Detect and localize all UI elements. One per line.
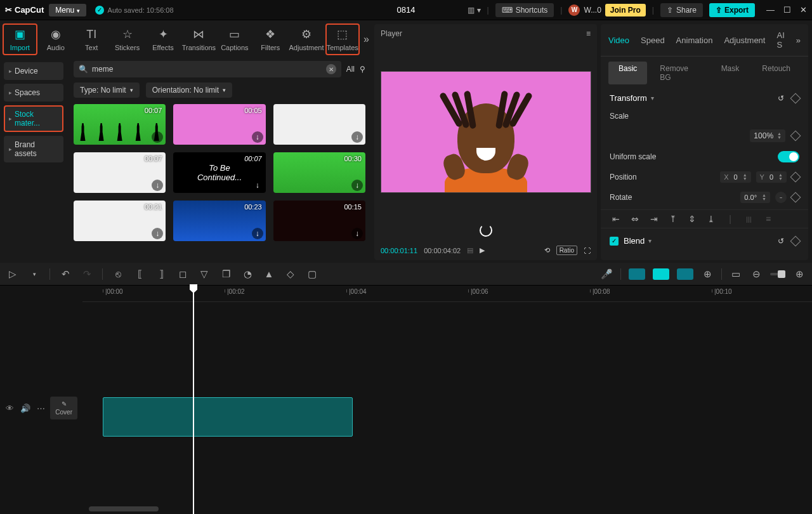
sidebar-item-spaces[interactable]: ▸Spaces	[4, 84, 63, 102]
subtab-mask[interactable]: Mask	[711, 62, 750, 84]
share-button[interactable]: ⇪ Share	[660, 3, 703, 17]
keyframe-icon[interactable]	[790, 131, 801, 142]
snap-mode-3[interactable]	[677, 268, 693, 280]
snap-mode-1[interactable]	[629, 268, 645, 280]
mirror-icon[interactable]: ▲	[263, 268, 275, 279]
filter-all[interactable]: All	[346, 65, 355, 74]
download-icon[interactable]: ↓	[152, 180, 163, 191]
tab-video[interactable]: Video	[608, 36, 629, 45]
filter-orientation[interactable]: Orientation: No limit ▾	[146, 82, 232, 98]
tab-ai[interactable]: AI S	[776, 30, 784, 49]
keyframe-icon[interactable]	[790, 93, 801, 103]
preview-icon[interactable]: ▭	[730, 268, 742, 280]
media-thumbnail[interactable]: To Be Continued...00:07↓	[173, 152, 265, 193]
snap-mode-2[interactable]	[653, 268, 669, 280]
undo-icon[interactable]: ↶	[59, 268, 72, 280]
align-bottom-icon[interactable]: ⤓	[705, 214, 717, 224]
tab-import[interactable]: ▣Import	[3, 23, 37, 55]
tab-adjustment[interactable]: Adjustment	[724, 36, 765, 45]
compare-icon[interactable]: ▤	[467, 246, 473, 254]
keyframe-icon[interactable]	[790, 235, 801, 246]
scale-input[interactable]: 100%▲▼	[750, 129, 785, 142]
layout-icon[interactable]: ▥ ▾	[468, 6, 480, 15]
shortcuts-button[interactable]: ⌨ Shortcuts	[495, 3, 554, 17]
tab-stickers[interactable]: ☆Stickers	[110, 23, 144, 55]
redo-icon[interactable]: ↷	[81, 268, 93, 280]
rotate-dial[interactable]: -	[775, 192, 787, 203]
tab-adjustment[interactable]: ⚙Adjustment	[289, 23, 324, 55]
blend-heading[interactable]: Blend▾	[624, 236, 652, 246]
clear-icon[interactable]: ✕	[326, 64, 336, 74]
playhead[interactable]	[193, 286, 194, 514]
blend-checkbox[interactable]: ✓	[610, 237, 619, 246]
tab-templates[interactable]: ⬚Templates	[325, 23, 360, 55]
cover-button[interactable]: ✎ Cover	[50, 397, 77, 419]
uniform-scale-toggle[interactable]	[778, 151, 799, 162]
filter-type[interactable]: Type: No limit ▾	[74, 82, 140, 98]
trim-right-icon[interactable]: ⟧	[155, 268, 167, 280]
transform-heading[interactable]: Transform▾	[610, 93, 654, 103]
filter-icon[interactable]: ⚲	[360, 65, 365, 74]
cursor-tool-icon[interactable]: ▷	[6, 268, 19, 280]
timeline-scrollbar[interactable]	[89, 506, 159, 511]
video-preview[interactable]	[381, 71, 591, 193]
timeline-tracks[interactable]	[82, 302, 812, 514]
media-thumbnail[interactable]: 00:07↓	[74, 104, 166, 145]
align-center-v-icon[interactable]: ⇕	[686, 214, 698, 224]
rotate-input[interactable]: 0.0°▲▼	[740, 192, 770, 203]
media-thumbnail[interactable]: 00:07↓	[74, 152, 166, 193]
tab-captions[interactable]: ▭Captions	[218, 23, 252, 55]
sidebar-item-stockmater[interactable]: ▸Stock mater...	[4, 105, 63, 132]
subtab-basic[interactable]: Basic	[608, 62, 647, 84]
sidebar-item-brandassets[interactable]: ▸Brand assets	[4, 136, 63, 162]
video-clip[interactable]	[103, 397, 353, 437]
keyframe-icon[interactable]	[790, 172, 801, 183]
tab-audio[interactable]: ◉Audio	[39, 23, 73, 55]
play-icon[interactable]: ▶	[480, 246, 485, 254]
download-icon[interactable]: ↓	[252, 131, 263, 143]
layers-icon[interactable]: ❐	[219, 268, 232, 280]
align-right-icon[interactable]: ⇥	[648, 214, 660, 224]
tab-transitions[interactable]: ⋈Transitions	[181, 23, 216, 55]
tab-effects[interactable]: ✦Effects	[146, 23, 180, 55]
workspace-switcher[interactable]: W W...0 Join Pro	[568, 4, 645, 16]
keyframe-icon[interactable]	[790, 192, 801, 203]
marker-icon[interactable]: ▽	[198, 268, 211, 280]
tab-text[interactable]: TIText	[74, 23, 108, 55]
position-x-input[interactable]: X0▲▼	[720, 171, 750, 183]
ratio-button[interactable]: Ratio	[556, 246, 577, 255]
magnet-icon[interactable]: ⊕	[701, 268, 714, 280]
reset-icon[interactable]: ↺	[778, 94, 784, 103]
download-icon[interactable]: ↓	[351, 180, 363, 191]
download-icon[interactable]: ↓	[351, 131, 363, 143]
download-icon[interactable]: ↓	[351, 228, 363, 239]
trim-left-icon[interactable]: ⟦	[133, 268, 146, 280]
tab-animation[interactable]: Animation	[676, 36, 713, 45]
split-icon[interactable]: ⎋	[112, 268, 124, 279]
media-thumbnail[interactable]: ↓	[273, 104, 365, 145]
join-pro-button[interactable]: Join Pro	[605, 4, 646, 16]
crop2-icon[interactable]: ▢	[306, 268, 318, 280]
rotate-icon[interactable]: ◇	[284, 268, 297, 280]
speed-icon[interactable]: ◔	[241, 268, 254, 280]
align-left-icon[interactable]: ⇤	[610, 214, 622, 224]
zoom-out-icon[interactable]: ⊖	[750, 268, 763, 280]
crop-icon[interactable]: ◻	[176, 268, 189, 280]
project-title[interactable]: 0814	[397, 5, 416, 15]
close-icon[interactable]: ✕	[800, 5, 807, 15]
track-mute-icon[interactable]: 🔊	[20, 404, 30, 413]
media-thumbnail[interactable]: 00:05↓	[173, 104, 265, 145]
player-menu-icon[interactable]: ≡	[586, 29, 591, 38]
distribute-h-icon[interactable]: ⫼	[743, 214, 756, 224]
download-icon[interactable]: ↓	[152, 228, 163, 239]
tab-speed[interactable]: Speed	[641, 36, 665, 45]
position-y-input[interactable]: Y0▲▼	[756, 171, 787, 183]
zoom-in-icon[interactable]: ⊕	[793, 268, 806, 280]
maximize-icon[interactable]: ☐	[783, 5, 791, 15]
minimize-icon[interactable]: —	[766, 5, 775, 15]
subtab-retouch[interactable]: Retouch	[752, 62, 801, 84]
expand-tabs-icon[interactable]: »	[363, 34, 369, 45]
export-button[interactable]: ⇪ Export	[709, 3, 755, 17]
fullscreen-icon[interactable]: ⛶	[584, 247, 591, 254]
reset-icon[interactable]: ↺	[778, 237, 784, 246]
